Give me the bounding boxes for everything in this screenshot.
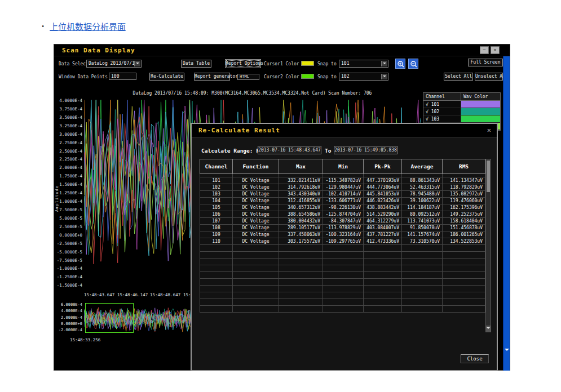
result-cell xyxy=(364,252,402,259)
result-row[interactable]: 102DC Voltage314.792618uV-129.980447uV44… xyxy=(200,184,485,191)
y-tick-label: 7.5000E-5 xyxy=(59,208,82,212)
minimize-button[interactable]: — xyxy=(480,46,489,54)
select-all-button[interactable]: Select All xyxy=(444,73,473,81)
result-cell: 289.105177uV xyxy=(279,225,323,231)
result-scrollbar[interactable] xyxy=(485,159,491,332)
result-cell xyxy=(233,265,279,272)
result-cell: 438.883442uV xyxy=(364,204,402,211)
result-cell: 314.792618uV xyxy=(279,184,323,191)
result-cell: 303.175572uV xyxy=(279,238,323,245)
close-button[interactable]: ✕ xyxy=(491,46,500,54)
result-row[interactable]: 101DC Voltage332.021411uV-115.348782uV44… xyxy=(200,177,485,184)
y-tick-label: 2.5000E-4 xyxy=(59,149,82,154)
cursor2-swatch[interactable] xyxy=(301,74,314,79)
result-cell: 445.841053uV xyxy=(364,191,402,198)
channel-wave-color xyxy=(461,101,500,108)
result-cell xyxy=(279,252,323,259)
dialog-close-button[interactable]: Close xyxy=(461,354,489,363)
page-link[interactable]: 上位机数据分析界面 xyxy=(50,20,126,32)
result-cell: DC Voltage xyxy=(233,218,279,225)
y-tick-label: -1.0000E-4 xyxy=(57,266,82,271)
result-row[interactable]: 105DC Voltage340.657312uV-98.226130uV438… xyxy=(200,204,485,211)
result-cell: 113.741073uV xyxy=(402,218,443,225)
result-cell: DC Voltage xyxy=(233,184,279,191)
result-row[interactable]: 108DC Voltage289.105177uV-113.978829uV40… xyxy=(200,225,485,231)
result-row[interactable]: 104DC Voltage312.416855uV-133.606771uV44… xyxy=(200,198,485,204)
unselect-all-button[interactable]: Unselect All xyxy=(475,73,503,81)
result-cell xyxy=(402,245,443,252)
status-line: DataLog 2013/07/16 15:48:09: M300(MC3164… xyxy=(84,91,421,96)
scroll-down-arrow-icon[interactable] xyxy=(505,349,509,353)
snap1-dropdown[interactable]: 101 xyxy=(339,60,388,68)
result-cell xyxy=(402,306,443,313)
scrollbar-thumb[interactable] xyxy=(487,161,490,192)
snap2-dropdown[interactable]: 102 xyxy=(339,73,388,81)
channel-label: √ 101 xyxy=(423,101,461,108)
result-cell xyxy=(233,259,279,265)
range-from-input[interactable]: 2013-07-16 15:48:43.647 xyxy=(258,146,321,154)
result-cell xyxy=(323,299,364,306)
full-screen-button[interactable]: Full Screen xyxy=(468,59,503,66)
dialog-close-icon[interactable]: ✕ xyxy=(487,126,491,134)
zoom-out-button[interactable] xyxy=(408,59,418,69)
result-empty-row xyxy=(200,252,485,259)
result-cell: 437.781227uV xyxy=(364,231,402,238)
snap1-value: 101 xyxy=(341,61,349,66)
overview-selection[interactable] xyxy=(85,303,134,333)
recalculate-button[interactable]: Re-Calculate xyxy=(149,73,184,81)
dialog-title: Re-Calculate Result xyxy=(198,127,280,134)
result-cell xyxy=(443,259,485,265)
amplitude-axis-label: Amplitude xyxy=(55,185,59,212)
channel-row[interactable]: √ 102 xyxy=(423,108,500,115)
result-row[interactable]: 110DC Voltage303.175572uV-109.297765uV41… xyxy=(200,238,485,245)
report-generator-button[interactable]: Report generator xyxy=(194,73,230,81)
result-cell xyxy=(402,299,443,306)
y-tick-label: 5.0000E-5 xyxy=(59,216,82,221)
result-cell: 149.252375uV xyxy=(443,211,485,218)
range-to-input[interactable]: 2013-07-16 15:49:05.838 xyxy=(334,146,397,154)
scrollbar-down-arrow-icon[interactable] xyxy=(486,326,491,332)
result-cell xyxy=(233,245,279,252)
result-cell: 78.945488uV xyxy=(402,191,443,198)
y-tick-label: 0.0000E+0 xyxy=(59,233,82,238)
report-options-button[interactable]: Report Options xyxy=(225,59,261,68)
y-tick-label: 1.7500E-4 xyxy=(59,174,82,179)
result-cell xyxy=(200,252,233,259)
result-cell xyxy=(279,272,323,279)
window-scrollbar[interactable] xyxy=(503,56,510,371)
data-select-label: Data Select xyxy=(59,61,89,66)
result-cell: 108 xyxy=(200,225,233,231)
channel-wave-color xyxy=(461,108,500,115)
result-row[interactable]: 107DC Voltage380.004432uV-84.307847uV464… xyxy=(200,218,485,225)
report-format-select[interactable]: HTML xyxy=(237,74,259,80)
y-tick-label: -1.5000E-4 xyxy=(57,283,82,288)
result-cell xyxy=(200,245,233,252)
result-cell: 514.529290uV xyxy=(364,211,402,218)
snap2-value: 102 xyxy=(341,74,349,79)
result-empty-row xyxy=(200,306,485,313)
cursor1-swatch[interactable] xyxy=(301,61,314,66)
zoom-in-button[interactable] xyxy=(395,59,405,69)
result-row[interactable]: 103DC Voltage343.430340uV-102.410714uV44… xyxy=(200,191,485,198)
y-tick-label: 2.2500E-4 xyxy=(59,157,82,162)
data-table-button[interactable]: Data Table xyxy=(181,60,211,68)
result-row[interactable]: 106DC Voltage388.654586uV-125.874704uV51… xyxy=(200,211,485,218)
recalculate-result-dialog: Re-Calculate Result ✕ Calculate Range: F… xyxy=(191,123,498,371)
result-empty-row xyxy=(200,259,485,265)
result-cell: 91.850078uV xyxy=(402,225,443,231)
result-cell: -115.348782uV xyxy=(323,177,364,184)
result-cell xyxy=(443,306,485,313)
data-select-dropdown[interactable]: DataLog 2013/07/16 xyxy=(86,60,142,68)
result-cell xyxy=(279,292,323,299)
channel-row[interactable]: √ 101 xyxy=(423,101,500,108)
channel-row[interactable]: √ 103 xyxy=(423,115,500,123)
window-data-points-input[interactable]: 100 xyxy=(109,73,136,80)
y-tick-label: 2.5000E-5 xyxy=(59,225,82,229)
window-titlebar[interactable]: Scan Data Display — ✕ xyxy=(54,44,510,56)
dialog-titlebar[interactable]: Re-Calculate Result ✕ xyxy=(192,124,497,137)
result-cell xyxy=(364,259,402,265)
result-cell xyxy=(443,245,485,252)
result-cell: DC Voltage xyxy=(233,225,279,231)
result-row[interactable]: 109DC Voltage337.458063uV-100.323164uV43… xyxy=(200,231,485,238)
result-cell: 444.773064uV xyxy=(364,184,402,191)
